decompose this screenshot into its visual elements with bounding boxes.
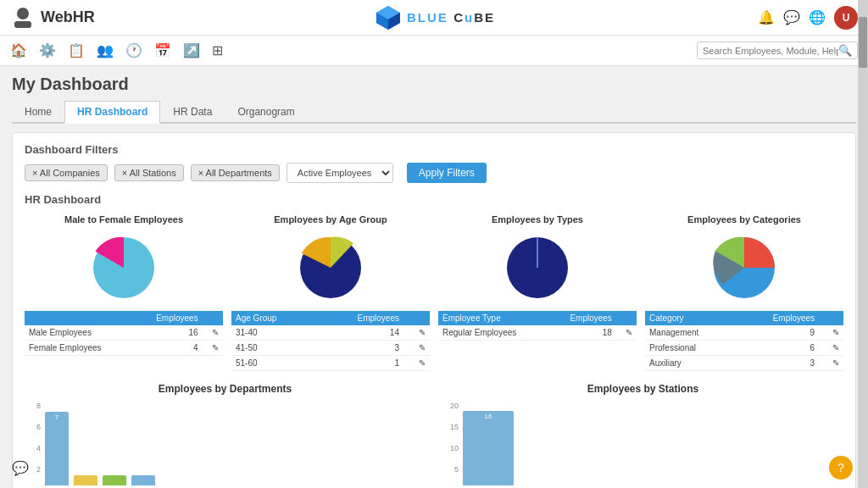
tab-hr-data[interactable]: HR Data (160, 101, 225, 124)
blue-cube-logo: BLUE CuBE (373, 3, 495, 33)
svg-point-0 (17, 8, 29, 19)
apply-filters-button[interactable]: Apply Filters (407, 163, 487, 183)
bar-chart-stations-title: Employees by Stations (442, 383, 843, 395)
tab-bar: Home HR Dashboard HR Data Organogram (12, 101, 856, 124)
page-scrollbar-thumb[interactable] (859, 17, 867, 68)
bar-chart-stations-area: 20 15 10 5 0 16 HQ (442, 402, 843, 488)
people-nav-icon[interactable]: 👥 (97, 42, 114, 58)
bottom-right-help: ? (829, 456, 853, 480)
bell-icon[interactable]: 🔔 (758, 9, 775, 25)
tab-organogram[interactable]: Organogram (225, 101, 307, 124)
home-nav-icon[interactable]: 🏠 (10, 42, 27, 58)
table-row: Male Employees 16 ✎ (25, 325, 223, 341)
cube-icon (373, 3, 403, 33)
page-scrollbar[interactable] (858, 0, 868, 488)
filter-stations[interactable]: × All Stations (114, 164, 184, 181)
chart-male-female-table: Employees Male Employees 16 ✎ Female Emp… (25, 311, 223, 356)
pie-types (499, 230, 576, 306)
blue-cube-label: BLUE CuBE (407, 10, 495, 25)
pie-categories (706, 230, 782, 306)
chart-male-female-title: Male to Female Employees (64, 214, 183, 225)
docs-nav-icon[interactable]: 📋 (68, 42, 85, 58)
main-content: My Dashboard Home HR Dashboard HR Data O… (0, 66, 868, 488)
table-row: Female Employees 4 ✎ (25, 341, 223, 356)
help-icon[interactable]: ? (829, 456, 853, 480)
user-avatar[interactable]: U (834, 6, 858, 30)
app-logo-text: WebHR (41, 8, 95, 26)
pie-age-group (292, 230, 369, 306)
search-input[interactable] (703, 46, 838, 56)
time-nav-icon[interactable]: 🕐 (125, 42, 142, 58)
bar-dept-4: Ops (131, 475, 155, 488)
table-row: Management 9 ✎ (645, 325, 843, 341)
chart-types-title: Employees by Types (492, 214, 583, 225)
table-row: Professional 6 ✎ (645, 341, 843, 356)
export-nav-icon[interactable]: ↗️ (183, 42, 200, 58)
bar-dept-1: 7 IT (45, 412, 69, 488)
webhr-logo-icon (10, 5, 36, 30)
filters-section: Dashboard Filters × All Companies × All … (25, 143, 843, 183)
chat-bottom-icon[interactable]: 💬 (8, 456, 32, 480)
bar-dept-2: HR (74, 475, 97, 488)
bar-chart-departments: Employees by Departments 8 6 4 2 0 7 IT (25, 383, 426, 488)
bar-chart-stations-yaxis: 20 15 10 5 0 (442, 402, 461, 488)
chart-age-title: Employees by Age Group (274, 214, 387, 225)
pie-male-female (86, 230, 162, 306)
chart-categories-title: Employees by Categories (687, 214, 801, 225)
active-employees-select[interactable]: Active Employees (287, 163, 393, 183)
filters-row: × All Companies × All Stations × All Dep… (25, 163, 843, 183)
bar-dept-3: Fin (103, 475, 126, 488)
pie-charts-row: Male to Female Employees Employees Male … (25, 214, 843, 371)
chart-types: Employees by Types Employee TypeEmployee… (438, 214, 637, 371)
chart-categories-table: CategoryEmployees Management 9 ✎ Profess… (645, 311, 843, 371)
table-row: Regular Employees 18 ✎ (438, 325, 637, 341)
nav-right-icons: 🔔 💬 🌐 U (758, 6, 858, 30)
search-button[interactable]: 🔍 (838, 44, 852, 57)
bottom-left-chat: 💬 (8, 456, 32, 480)
chat-nav-icon[interactable]: 💬 (783, 9, 800, 25)
page-title: My Dashboard (12, 75, 856, 94)
filters-title: Dashboard Filters (25, 143, 843, 156)
bar-chart-dept-area: 8 6 4 2 0 7 IT (25, 402, 426, 488)
svg-rect-1 (14, 21, 31, 28)
bar-charts-row: Employees by Departments 8 6 4 2 0 7 IT (25, 383, 843, 488)
table-row: 41-50 3 ✎ (231, 341, 430, 356)
tab-hr-dashboard[interactable]: HR Dashboard (64, 101, 160, 124)
top-navbar: WebHR BLUE CuBE 🔔 💬 🌐 U (0, 0, 868, 36)
bar-chart-stations: Employees by Stations 20 15 10 5 0 16 HQ (442, 383, 843, 488)
filter-departments[interactable]: × All Departments (191, 164, 280, 181)
grid-nav-icon[interactable]: ⊞ (212, 42, 223, 58)
table-row: Auxiliary 3 ✎ (645, 356, 843, 371)
globe-icon[interactable]: 🌐 (809, 9, 826, 25)
search-area[interactable]: 🔍 (697, 42, 858, 59)
bar-chart-dept-title: Employees by Departments (25, 383, 426, 395)
second-navbar: 🏠 ⚙️ 📋 👥 🕐 📅 ↗️ ⊞ 🔍 (0, 36, 868, 66)
hr-dashboard-label: HR Dashboard (25, 193, 843, 206)
filter-companies[interactable]: × All Companies (25, 164, 108, 181)
chart-male-female: Male to Female Employees Employees Male … (25, 214, 223, 371)
table-row: 31-40 14 ✎ (231, 325, 430, 341)
chart-categories: Employees by Categories CategoryEmployee… (645, 214, 843, 371)
settings-nav-icon[interactable]: ⚙️ (39, 42, 56, 58)
chart-age-group: Employees by Age Group Age GroupEmployee… (231, 214, 430, 371)
table-row: 51-60 1 ✎ (231, 356, 430, 371)
chart-age-table: Age GroupEmployees 31-40 14 ✎ 41-50 3 ✎ (231, 311, 430, 371)
chart-types-table: Employee TypeEmployees Regular Employees… (438, 311, 637, 341)
bar-station-1: 16 HQ (463, 411, 514, 488)
calendar-nav-icon[interactable]: 📅 (154, 42, 171, 58)
logo-area[interactable]: WebHR (10, 5, 95, 30)
dashboard-card: Dashboard Filters × All Companies × All … (12, 132, 856, 488)
tab-home[interactable]: Home (12, 101, 64, 124)
